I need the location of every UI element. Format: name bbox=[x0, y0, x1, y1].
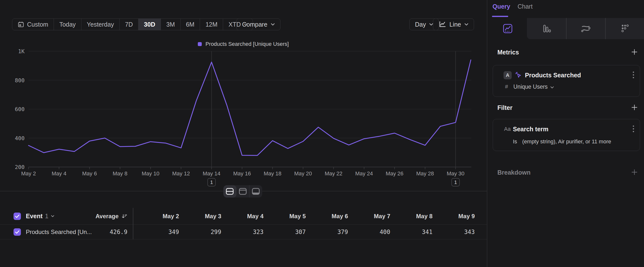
add-filter-button[interactable] bbox=[631, 104, 638, 112]
table-cell-value: 400 bbox=[348, 228, 390, 235]
metric-menu-button[interactable] bbox=[632, 71, 634, 80]
tab-chart[interactable]: Chart bbox=[518, 3, 532, 10]
range-7d[interactable]: 7D bbox=[120, 19, 138, 30]
date-column-header[interactable]: May 8 bbox=[390, 213, 433, 220]
filter-operator[interactable]: Is bbox=[513, 138, 517, 145]
date-column-header[interactable]: May 9 bbox=[432, 213, 475, 220]
x-axis-tick-label: May 4 bbox=[52, 170, 66, 177]
date-column-header[interactable]: May 6 bbox=[306, 213, 348, 220]
x-axis-tick-label: May 14 bbox=[203, 170, 220, 177]
breakdown-table: Event 1 Average May 2May 3May 4May 5May … bbox=[0, 208, 487, 239]
layout-split-button[interactable] bbox=[223, 185, 236, 197]
check-icon bbox=[15, 230, 20, 234]
table-cell-value: 299 bbox=[179, 228, 222, 235]
chart-type-button[interactable]: Line bbox=[433, 19, 474, 30]
date-column-header[interactable]: May 2 bbox=[137, 213, 179, 220]
kebab-icon bbox=[632, 71, 634, 79]
table-cell-value: 343 bbox=[432, 228, 475, 235]
annotation-badge-label: 1 bbox=[210, 179, 213, 185]
charttype-retention-tab[interactable] bbox=[606, 18, 644, 39]
table-cell-value: 307 bbox=[264, 228, 306, 235]
x-axis-tick-label: May 26 bbox=[386, 170, 404, 177]
event-column-header[interactable]: Event 1 bbox=[26, 212, 54, 220]
query-sidebar: Query Chart Metrics A Products Searched bbox=[487, 0, 644, 267]
chart-type-label: Line bbox=[450, 21, 461, 28]
metric-name: Products Searched bbox=[525, 72, 581, 79]
row-date-values: 349299323307379400341343 bbox=[137, 228, 475, 235]
granularity-label: Day bbox=[415, 21, 426, 28]
y-axis-tick-label: 800 bbox=[15, 77, 24, 84]
average-column-header[interactable]: Average bbox=[79, 213, 128, 220]
annotation-badge-label: 1 bbox=[454, 179, 457, 185]
row-average-value: 426.9 bbox=[78, 228, 128, 235]
measure-selector[interactable]: Unique Users bbox=[514, 84, 548, 90]
chart-view-icon bbox=[238, 188, 247, 195]
compare-button[interactable]: Compare bbox=[236, 19, 280, 30]
range-12m[interactable]: 12M bbox=[200, 19, 223, 30]
tab-query[interactable]: Query bbox=[492, 3, 510, 10]
plus-icon bbox=[631, 49, 638, 55]
table-cell-value: 323 bbox=[222, 228, 264, 235]
compare-label: Compare bbox=[242, 21, 268, 28]
table-cell-value: 349 bbox=[137, 228, 179, 235]
add-breakdown-button[interactable] bbox=[631, 169, 638, 176]
sort-descending-icon bbox=[122, 213, 128, 219]
range-yesterday[interactable]: Yesterday bbox=[82, 19, 120, 30]
add-metric-button[interactable] bbox=[631, 49, 638, 56]
active-tab-underline bbox=[492, 16, 508, 17]
x-axis-tick-label: May 8 bbox=[113, 170, 128, 177]
x-axis-tick-label: May 20 bbox=[294, 170, 312, 177]
retention-grid-icon bbox=[620, 24, 630, 34]
date-column-header[interactable]: May 4 bbox=[222, 213, 264, 220]
flows-icon bbox=[580, 24, 591, 34]
chevron-down-icon bbox=[464, 23, 468, 26]
range-today[interactable]: Today bbox=[54, 19, 82, 30]
row-checkbox[interactable] bbox=[14, 228, 21, 236]
filter-value[interactable]: (empty string), Air purifier, or 11 more bbox=[522, 138, 611, 145]
line-chart[interactable]: 1K80060040020011May 2May 4May 6May 8May … bbox=[0, 35, 487, 190]
x-axis-tick-label: May 10 bbox=[142, 170, 160, 177]
range-6m[interactable]: 6M bbox=[180, 19, 200, 30]
check-icon bbox=[15, 214, 20, 218]
filter-card[interactable]: Aa Search term Is (empty string), Air pu… bbox=[493, 119, 640, 151]
metric-letter-badge: A bbox=[504, 71, 512, 79]
x-axis-tick-label: May 22 bbox=[325, 170, 342, 177]
range-custom[interactable]: Custom bbox=[12, 19, 54, 30]
date-column-header[interactable]: May 5 bbox=[264, 213, 306, 220]
x-axis-tick-label: May 12 bbox=[172, 170, 190, 177]
x-axis-tick-label: May 6 bbox=[82, 170, 97, 177]
table-row[interactable]: Products Searched [Un... 426.9 349299323… bbox=[0, 225, 487, 239]
table-cell-value: 379 bbox=[306, 228, 348, 235]
filter-menu-button[interactable] bbox=[632, 125, 634, 134]
charttype-insights-tab[interactable] bbox=[488, 18, 527, 39]
layout-table-button[interactable] bbox=[250, 185, 262, 197]
series-line[interactable] bbox=[28, 60, 471, 155]
y-axis-tick-label: 1K bbox=[18, 48, 25, 55]
filter-property-name: Search term bbox=[513, 126, 548, 133]
metric-card[interactable]: A Products Searched # Unique Users bbox=[493, 65, 640, 97]
table-cell-value: 341 bbox=[390, 228, 433, 235]
calendar-icon bbox=[18, 21, 24, 28]
select-all-checkbox[interactable] bbox=[14, 212, 21, 220]
event-cursor-icon bbox=[514, 71, 523, 80]
line-chart-icon bbox=[438, 21, 446, 28]
x-axis-tick-label: May 2 bbox=[21, 170, 36, 177]
date-column-headers: May 2May 3May 4May 5May 6May 7May 8May 9 bbox=[137, 213, 475, 220]
charttype-bar-tab[interactable] bbox=[527, 18, 566, 39]
layout-chart-button[interactable] bbox=[236, 185, 250, 197]
range-30d[interactable]: 30D bbox=[138, 19, 161, 30]
x-axis-tick-label: May 24 bbox=[355, 170, 373, 177]
metrics-section-title: Metrics bbox=[498, 49, 519, 56]
x-axis-tick-label: May 18 bbox=[264, 170, 282, 177]
string-property-icon: Aa bbox=[504, 126, 511, 132]
charttype-flows-tab[interactable] bbox=[566, 18, 605, 39]
date-column-header[interactable]: May 7 bbox=[348, 213, 390, 220]
chart-type-tabs bbox=[487, 18, 644, 39]
table-header-row: Event 1 Average May 2May 3May 4May 5May … bbox=[0, 208, 487, 225]
x-axis-tick-label: May 30 bbox=[447, 170, 464, 177]
filter-section-title: Filter bbox=[498, 104, 512, 111]
date-column-header[interactable]: May 3 bbox=[179, 213, 222, 220]
table-view-icon bbox=[252, 188, 260, 195]
breakdown-section-title: Breakdown bbox=[498, 169, 530, 176]
range-3m[interactable]: 3M bbox=[161, 19, 180, 30]
